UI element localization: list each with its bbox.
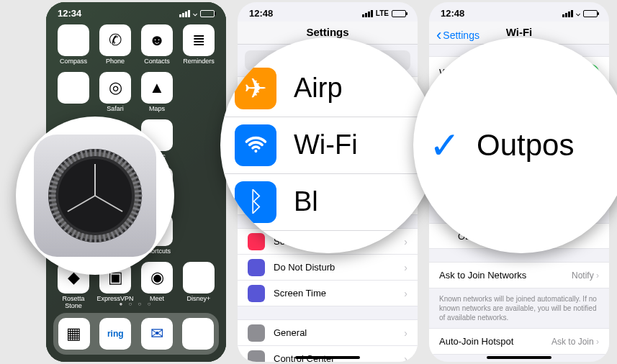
auto-join-row[interactable]: Auto-Join Hotspot Ask to Join [429,328,609,355]
wifi-icon [235,124,276,166]
dock: ▦ring✉✉ [53,313,219,355]
row-label: Do Not Disturb [274,262,335,273]
settings-app-magnified[interactable] [16,117,174,275]
signal-icon [362,10,373,17]
app-icon: ≣ [183,24,215,56]
dock-outlook[interactable]: ✉ [141,318,173,350]
page-title: Wi-Fi [506,26,533,38]
app-icon: ☻ [141,24,173,56]
app-label: Phone [96,58,134,65]
gear-icon [48,149,142,242]
auto-join-value: Ask to Join [551,337,599,347]
settings-row-control-center[interactable]: Control Center› [238,346,418,362]
app-icon: ✦ [183,262,215,294]
app-reminders[interactable]: ≣Reminders [180,24,217,65]
settings-row-general[interactable]: General› [238,320,418,346]
do-not-disturb-icon [248,259,265,276]
checkmark-icon: ✓ [429,124,461,167]
settings-icon [34,135,156,257]
app-maps[interactable]: ▲Maps [138,72,176,112]
network-name-large: Outpos [477,128,574,163]
app-label: Compass [55,58,92,65]
auto-join-label: Auto-Join Hotspot [439,336,513,347]
status-bar: 12:34 ⌵ [46,2,226,22]
settings-row-do-not-disturb[interactable]: Do Not Disturb› [238,255,418,281]
app-label: Safari [96,105,134,112]
status-time: 12:34 [58,8,81,19]
battery-icon [392,10,406,17]
settings-row-screen-time[interactable]: Screen Time› [238,281,418,306]
battery-icon [200,10,215,17]
status-bar: 12:48 LTE [238,2,418,22]
app-label: Maps [138,105,176,112]
row-label: Screen Time [274,288,326,299]
app-blank [180,119,217,160]
status-time: 12:48 [249,8,273,19]
svg-point-0 [254,150,257,153]
ask-to-join-row[interactable]: Ask to Join Networks Notify [429,262,609,288]
home-indicator[interactable] [295,356,360,359]
general-icon [248,324,265,342]
signal-icon [562,10,573,17]
status-bar: 12:48 ⌵ [429,2,609,22]
bluetooth-row[interactable]: ᛒ Bl [220,174,436,231]
status-time: 12:48 [441,8,464,19]
ask-to-join-label: Ask to Join Networks [439,270,526,281]
app-icon: ✆ [99,24,131,56]
app-blank: ◷ [55,72,92,112]
wifi-status-icon: ⌵ [193,9,197,17]
app-phone[interactable]: ✆Phone [96,24,134,65]
app-blank [180,72,217,112]
wifi-row[interactable]: Wi-Fi [220,117,436,174]
page-title: Settings [306,26,348,38]
airplane-mode-row[interactable]: ✈ Airp [220,60,436,117]
airplane-label: Airp [294,73,343,104]
chevron-icon: › [404,288,407,299]
app-blank [180,167,217,207]
wifi-label: Wi-Fi [294,129,358,160]
app-label: Contacts [138,58,176,65]
chevron-icon: › [404,262,407,273]
chevron-icon: › [404,236,407,247]
chevron-icon: › [404,327,407,339]
ask-to-join-value: Notify [572,270,599,281]
control-center-icon [248,350,265,363]
ask-footer: Known networks will be joined automatica… [429,288,609,328]
chevron-icon: › [404,353,407,363]
network-magnified[interactable]: ✓ Outpos [413,37,617,253]
back-button[interactable]: Settings [436,26,479,45]
dock-messages[interactable]: ✉ [182,318,214,350]
sounds-icon [248,233,265,250]
app-icon: ◷ [58,72,89,104]
home-indicator[interactable] [487,356,551,359]
battery-icon [583,10,598,17]
app-icon: ◎ [99,72,131,104]
carrier-label: LTE [376,9,389,17]
wifi-status-icon: ⌵ [576,9,580,17]
app-icon: ▲ [141,72,173,104]
app-contacts[interactable]: ☻Contacts [138,24,176,65]
signal-icon [179,10,190,17]
dock-ring[interactable]: ring [99,318,131,350]
app-safari[interactable]: ◎Safari [96,72,134,112]
app-icon: ➢ [58,24,89,56]
app-blank [180,214,217,255]
bluetooth-label: Bl [294,186,318,217]
row-label: General [274,327,307,338]
screen-time-icon [248,285,265,302]
app-icon: ◉ [141,262,173,294]
dock-files[interactable]: ▦ [58,318,90,350]
page-indicator: ● ○ ○ ○ [46,301,226,307]
wifi-row-magnified[interactable]: ✈ Airp Wi-Fi ᛒ Bl [220,37,436,253]
app-label: Reminders [180,58,217,65]
app-compass[interactable]: ➢Compass [55,24,92,65]
